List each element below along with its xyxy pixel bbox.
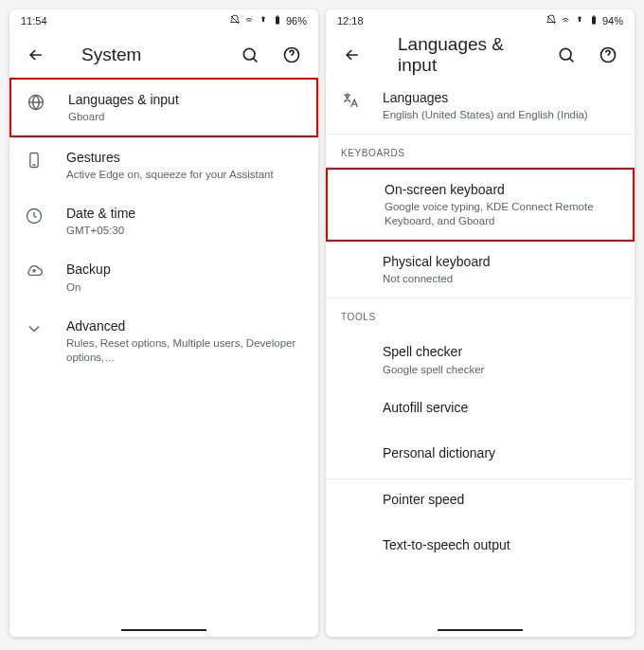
search-button[interactable] — [231, 36, 269, 74]
svg-point-9 — [560, 48, 571, 60]
row-title: Date & time — [66, 205, 303, 222]
row-title: Autofill service — [383, 399, 619, 416]
status-icons: 96% — [229, 14, 307, 27]
page-title: Languages & input — [398, 34, 544, 76]
battery-text: 94% — [602, 15, 623, 27]
translate-icon — [339, 89, 362, 112]
signal-icon — [574, 14, 585, 27]
wifi-icon — [560, 14, 571, 27]
tools-header: TOOLS — [326, 298, 635, 332]
row-title: Spell checker — [383, 343, 619, 360]
row-title: Text-to-speech output — [383, 536, 619, 553]
date-time-row[interactable]: Date & time GMT+05:30 — [9, 193, 318, 249]
page-title: System — [81, 45, 227, 65]
settings-list: Languages & input Gboard Gestures Active… — [9, 78, 318, 637]
svg-rect-8 — [593, 16, 595, 17]
system-settings-screen: 11:54 96% System Languages & input Gboar… — [9, 9, 318, 637]
row-subtitle: Rules, Reset options, Multiple users, De… — [66, 336, 303, 365]
row-subtitle: Active Edge on, squeeze for your Assista… — [66, 168, 303, 182]
row-subtitle: On — [66, 280, 303, 295]
row-subtitle: GMT+05:30 — [66, 224, 303, 238]
languages-input-row[interactable]: Languages & input Gboard — [9, 78, 318, 137]
advanced-row[interactable]: Advanced Rules, Reset options, Multiple … — [9, 306, 318, 376]
settings-list: Languages English (United States) and En… — [326, 78, 635, 637]
spell-checker-row[interactable]: Spell checker Google spell checker — [326, 332, 635, 388]
onscreen-keyboard-row[interactable]: On-screen keyboard Google voice typing, … — [326, 168, 635, 242]
row-title: Languages — [383, 89, 619, 106]
tts-row[interactable]: Text-to-speech output — [326, 525, 635, 570]
languages-row[interactable]: Languages English (United States) and En… — [326, 78, 635, 134]
status-bar: 11:54 96% — [9, 9, 318, 32]
languages-input-screen: 12:18 94% Languages & input Languages En… — [326, 9, 635, 637]
chevron-down-icon — [23, 317, 45, 340]
row-title: Physical keyboard — [383, 253, 619, 270]
battery-icon — [588, 14, 599, 27]
gestures-row[interactable]: Gestures Active Edge on, squeeze for you… — [9, 137, 318, 193]
row-title: Languages & input — [68, 91, 301, 108]
phone-icon — [23, 149, 45, 172]
svg-point-2 — [243, 48, 255, 60]
row-title: Backup — [66, 261, 303, 278]
notification-off-icon — [229, 14, 241, 27]
personal-dictionary-row[interactable]: Personal dictionary — [326, 433, 635, 478]
wifi-icon — [243, 14, 255, 27]
back-button[interactable] — [17, 36, 55, 74]
row-title: Pointer speed — [383, 491, 619, 508]
svg-rect-0 — [276, 17, 279, 25]
notification-off-icon — [546, 14, 557, 27]
clock-icon — [23, 205, 45, 227]
app-bar: System — [9, 32, 318, 78]
signal-icon — [258, 14, 269, 27]
status-bar: 12:18 94% — [326, 9, 635, 32]
row-subtitle: English (United States) and English (Ind… — [383, 108, 619, 122]
home-indicator[interactable] — [121, 629, 206, 631]
row-title: On-screen keyboard — [385, 181, 617, 198]
status-icons: 94% — [546, 14, 623, 27]
keyboards-header: KEYBOARDS — [326, 135, 635, 168]
search-button[interactable] — [547, 36, 585, 74]
row-title: Personal dictionary — [383, 444, 619, 461]
row-title: Advanced — [66, 317, 303, 334]
autofill-row[interactable]: Autofill service — [326, 388, 635, 433]
backup-row[interactable]: Backup On — [9, 249, 318, 305]
globe-icon — [25, 91, 47, 114]
svg-rect-1 — [277, 16, 278, 17]
clock-text: 12:18 — [337, 15, 364, 27]
battery-icon — [272, 14, 283, 27]
row-subtitle: Google spell checker — [383, 363, 619, 377]
row-subtitle: Google voice typing, KDE Connect Remote … — [385, 200, 617, 228]
row-title: Gestures — [66, 149, 303, 166]
cloud-icon — [23, 261, 45, 283]
pointer-speed-row[interactable]: Pointer speed — [326, 479, 635, 525]
app-bar: Languages & input — [326, 32, 635, 78]
clock-text: 11:54 — [21, 15, 47, 27]
row-subtitle: Gboard — [68, 110, 301, 124]
battery-text: 96% — [286, 15, 307, 27]
help-button[interactable] — [589, 36, 627, 74]
row-subtitle: Not connected — [383, 272, 619, 286]
back-button[interactable] — [333, 36, 371, 74]
physical-keyboard-row[interactable]: Physical keyboard Not connected — [326, 242, 635, 298]
svg-rect-7 — [592, 17, 596, 25]
help-button[interactable] — [273, 36, 311, 74]
home-indicator[interactable] — [438, 629, 523, 631]
